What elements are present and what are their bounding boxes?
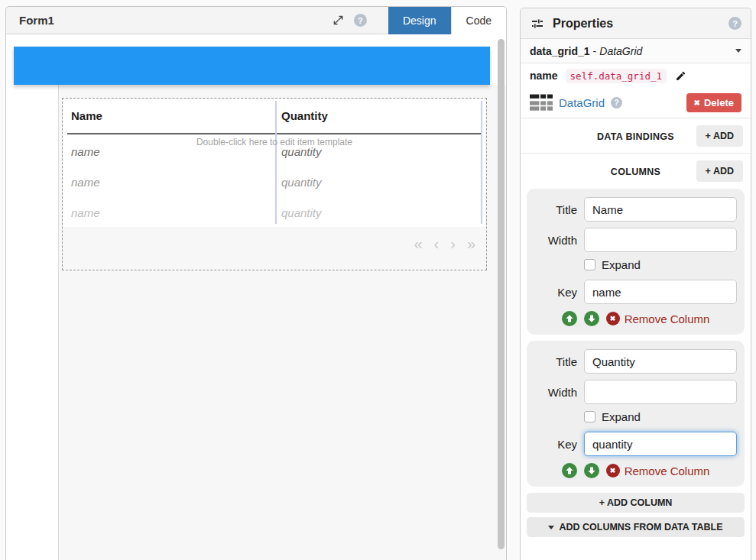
tab-code[interactable]: Code <box>451 7 506 34</box>
remove-column-label: Remove Column <box>625 312 710 325</box>
width-input[interactable] <box>584 380 737 404</box>
selector-separator: - <box>593 45 597 57</box>
grid-row-cell: quantity <box>281 145 322 158</box>
title-label: Title <box>534 355 577 368</box>
edit-pencil-icon[interactable] <box>674 70 686 82</box>
column-card-name: Title Width Expand Key <box>527 189 745 335</box>
grid-pagination: « ‹ › » <box>414 236 475 251</box>
name-property-row: name self.data_grid_1 <box>521 63 751 88</box>
selected-component-type: DataGrid <box>599 45 642 57</box>
columns-section: COLUMNS + ADD <box>521 154 751 189</box>
datagrid-component[interactable]: Name Quantity Double-click here to edit … <box>62 98 487 270</box>
title-input[interactable] <box>584 197 737 222</box>
datagrid-doc-link[interactable]: DataGrid <box>559 96 605 109</box>
properties-panel: Properties ? data_grid_1 - DataGrid name… <box>520 8 751 560</box>
add-columns-from-data-table-button[interactable]: ADD COLUMNS FROM DATA TABLE <box>527 517 745 537</box>
grid-row-cell: quantity <box>281 206 322 219</box>
properties-title: Properties <box>553 17 613 31</box>
expand-checkbox[interactable] <box>584 411 595 422</box>
grid-header-divider <box>67 133 482 134</box>
key-label: Key <box>534 286 577 299</box>
sliders-icon <box>530 16 545 31</box>
grid-row-cell: name <box>71 176 100 189</box>
key-label: Key <box>534 438 577 451</box>
properties-help-icon[interactable]: ? <box>728 17 741 30</box>
pagination-next-icon[interactable]: › <box>450 236 456 251</box>
width-input[interactable] <box>584 228 737 252</box>
selected-component-name: data_grid_1 <box>530 45 590 57</box>
grid-column-header-name: Name <box>71 109 102 122</box>
name-property-label: name <box>530 70 558 82</box>
column-card-quantity: Title Width Expand Key <box>527 341 745 487</box>
canvas-body: Name Quantity Double-click here to edit … <box>6 34 506 560</box>
canvas-header: Form1 ? Design Code <box>6 7 506 34</box>
form-help-icon[interactable]: ? <box>354 14 367 27</box>
design-code-tabs: Design Code <box>388 7 506 34</box>
remove-x-icon: ✖ <box>606 312 620 325</box>
add-column-button[interactable]: + ADD COLUMN <box>527 493 745 513</box>
expand-checkbox[interactable] <box>584 259 595 270</box>
title-input[interactable] <box>584 349 737 374</box>
chevron-down-icon <box>735 49 741 53</box>
component-selector[interactable]: data_grid_1 - DataGrid <box>521 39 751 63</box>
tab-design[interactable]: Design <box>388 7 451 34</box>
datagrid-icon <box>530 94 553 112</box>
blue-panel-component[interactable] <box>14 47 490 85</box>
move-column-down-button[interactable] <box>584 463 599 478</box>
item-template-hint: Double-click here to edit item template <box>63 137 485 147</box>
pagination-last-icon[interactable]: » <box>467 236 475 251</box>
expand-label: Expand <box>602 410 641 423</box>
grid-row-cell: name <box>71 145 100 158</box>
add-column-small-button[interactable]: + ADD <box>696 160 743 182</box>
move-column-up-button[interactable] <box>562 463 577 478</box>
data-bindings-section: DATA BINDINGS + ADD <box>521 118 751 154</box>
delete-x-icon: ✖ <box>694 99 700 107</box>
chevron-down-icon <box>548 526 554 529</box>
datagrid-surface: Name Quantity Double-click here to edit … <box>63 99 485 227</box>
delete-label: Delete <box>704 97 734 108</box>
expand-icon[interactable] <box>331 13 346 28</box>
component-name-value[interactable]: self.data_grid_1 <box>566 69 667 83</box>
add-data-binding-button[interactable]: + ADD <box>696 125 743 147</box>
form-designer-canvas: Form1 ? Design Code Name Quantity Double… <box>5 6 507 560</box>
delete-component-button[interactable]: ✖ Delete <box>686 93 741 112</box>
add-from-table-label: ADD COLUMNS FROM DATA TABLE <box>559 522 722 532</box>
remove-column-label: Remove Column <box>625 465 710 477</box>
datagrid-help-icon[interactable]: ? <box>611 97 622 108</box>
grid-column-separator <box>275 101 277 224</box>
component-type-row: DataGrid ? ✖ Delete <box>521 88 751 118</box>
canvas-scrollbar[interactable] <box>498 39 505 549</box>
remove-column-button[interactable]: ✖ Remove Column <box>606 464 710 477</box>
width-label: Width <box>534 234 577 247</box>
title-label: Title <box>534 203 577 216</box>
expand-label: Expand <box>602 258 641 271</box>
key-input-focused[interactable] <box>584 432 737 456</box>
move-column-down-button[interactable] <box>584 311 599 326</box>
width-label: Width <box>534 386 577 399</box>
column-cards: Title Width Expand Key <box>521 189 751 487</box>
pagination-first-icon[interactable]: « <box>414 236 422 251</box>
pagination-prev-icon[interactable]: ‹ <box>434 236 440 251</box>
grid-column-separator <box>481 101 482 224</box>
remove-column-button[interactable]: ✖ Remove Column <box>606 312 710 325</box>
form-title: Form1 <box>19 14 54 27</box>
grid-column-header-quantity: Quantity <box>281 109 328 122</box>
grid-row-cell: name <box>71 206 100 219</box>
properties-header: Properties ? <box>521 8 751 39</box>
remove-x-icon: ✖ <box>606 464 620 477</box>
move-column-up-button[interactable] <box>562 311 577 326</box>
grid-row-cell: quantity <box>281 176 322 189</box>
key-input[interactable] <box>584 280 737 304</box>
